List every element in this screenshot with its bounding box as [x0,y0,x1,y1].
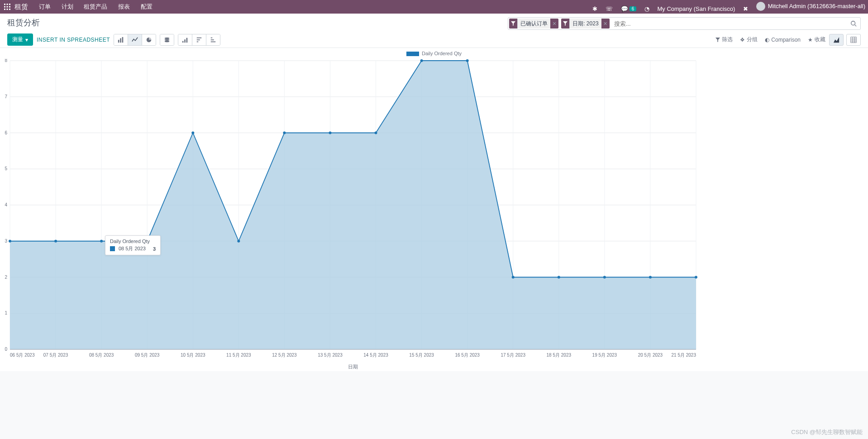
svg-rect-3 [4,6,5,8]
tooltip-value: 3 [153,246,156,252]
favorites-menu[interactable]: ★收藏 [808,36,825,43]
svg-text:2: 2 [5,275,7,280]
svg-point-15 [165,37,170,39]
svg-rect-11 [118,40,119,43]
nav-plan[interactable]: 计划 [57,0,78,13]
comparison-menu[interactable]: ◐Comparison [765,36,801,43]
legend-swatch [406,52,419,56]
svg-text:18 5月 2023: 18 5月 2023 [547,353,572,358]
sort-desc-button[interactable] [192,34,206,45]
svg-text:8: 8 [5,59,7,63]
svg-text:6: 6 [5,130,7,135]
measures-label: 测量 [12,36,23,43]
comparison-label: Comparison [771,37,801,43]
app-brand[interactable]: 租赁 [14,3,28,11]
compare-icon: ◐ [765,37,769,43]
msg-badge: 6 [630,6,637,11]
svg-point-66 [9,240,11,243]
close-icon[interactable]: × [601,20,610,27]
tooltip-swatch [110,246,115,251]
apps-icon[interactable] [3,2,12,11]
svg-point-71 [237,240,240,243]
graph-view-button[interactable] [829,34,844,46]
svg-point-81 [695,276,697,279]
svg-text:14 5月 2023: 14 5月 2023 [363,353,388,358]
filters-menu[interactable]: 筛选 [715,36,733,43]
top-navbar: 租赁 订单 计划 租赁产品 报表 配置 ✱ ☏ 💬6 ◔ My Company … [0,0,868,14]
svg-rect-0 [4,4,5,5]
close-icon[interactable]: × [550,20,558,27]
stacked-button[interactable] [160,34,174,45]
messaging-icon[interactable]: 💬6 [621,5,637,12]
sort-none-button[interactable] [206,34,220,45]
tooltip-label: 08 5月 2023 [119,245,146,252]
avatar [756,2,765,11]
activities-icon[interactable]: ◔ [644,5,649,12]
svg-text:08 5月 2023: 08 5月 2023 [89,353,114,358]
user-menu[interactable]: Mitchell Admin (36126636-master-all) [756,2,865,11]
svg-rect-20 [186,38,188,43]
stack-switch [160,34,174,46]
groupby-menu[interactable]: ❖分组 [740,36,758,43]
top-nav: 订单 计划 租赁产品 报表 配置 [34,3,157,11]
svg-line-10 [855,25,857,27]
sort-asc-button[interactable] [178,34,192,45]
svg-point-70 [191,132,194,134]
search-input[interactable] [612,19,845,28]
insert-spreadsheet-button[interactable]: INSERT IN SPREADSHEET [37,37,110,43]
svg-rect-8 [9,9,10,10]
facet-confirmed[interactable]: 已确认订单 × [509,19,558,29]
search-icon[interactable] [848,20,859,27]
chart-container: Daily Ordered Qty 01234567806 5月 202307 … [0,48,868,371]
svg-text:15 5月 2023: 15 5月 2023 [409,353,434,358]
nav-products[interactable]: 租赁产品 [79,0,112,13]
facet-label: 日期: 2023 [569,19,601,29]
chart-legend[interactable]: Daily Ordered Qty [0,50,868,59]
pivot-view-button[interactable] [846,34,861,46]
voip-icon[interactable]: ☏ [606,5,613,12]
svg-text:06 5月 2023: 06 5月 2023 [10,353,35,358]
svg-text:日期: 日期 [348,364,358,369]
svg-point-16 [165,39,170,41]
chart-type-switch [114,34,156,46]
facet-date[interactable]: 日期: 2023 × [561,19,610,29]
page-title: 租赁分析 [7,17,98,28]
area-chart[interactable]: 01234567806 5月 202307 5月 202308 5月 20230… [0,59,701,371]
nav-orders[interactable]: 订单 [34,0,55,13]
star-icon: ★ [808,37,813,43]
nav-config[interactable]: 配置 [136,0,157,13]
svg-text:7: 7 [5,94,7,99]
svg-point-9 [851,21,855,25]
svg-text:0: 0 [5,347,7,352]
svg-text:1: 1 [5,310,7,315]
search-options: 筛选 ❖分组 ◐Comparison ★收藏 [715,36,825,43]
svg-rect-5 [9,6,10,8]
line-chart-button[interactable] [128,34,142,45]
bar-chart-button[interactable] [114,34,128,45]
svg-point-72 [283,132,286,134]
order-switch [178,34,220,46]
debug-icon[interactable]: ✱ [592,5,597,12]
svg-text:4: 4 [5,202,7,207]
tools-icon[interactable]: ✖ [743,5,748,12]
svg-point-77 [512,276,515,279]
svg-text:13 5月 2023: 13 5月 2023 [318,353,343,358]
svg-point-76 [466,59,469,62]
svg-rect-1 [7,4,8,5]
svg-point-74 [375,132,377,134]
svg-text:20 5月 2023: 20 5月 2023 [638,353,663,358]
company-switcher[interactable]: My Company (San Francisco) [657,5,735,12]
pie-chart-button[interactable] [142,34,156,45]
svg-text:16 5月 2023: 16 5月 2023 [455,353,480,358]
svg-point-73 [329,132,331,134]
svg-text:17 5月 2023: 17 5月 2023 [501,353,525,358]
svg-rect-27 [851,37,856,42]
user-name: Mitchell Admin (36126636-master-all) [768,3,865,10]
search-bar[interactable]: 已确认订单 × 日期: 2023 × [508,17,861,30]
filter-icon [509,21,517,26]
svg-text:07 5月 2023: 07 5月 2023 [43,353,68,358]
svg-text:3: 3 [5,239,7,243]
measures-button[interactable]: 测量 ▾ [7,33,33,46]
nav-reports[interactable]: 报表 [114,0,134,13]
svg-text:11 5月 2023: 11 5月 2023 [226,353,251,358]
